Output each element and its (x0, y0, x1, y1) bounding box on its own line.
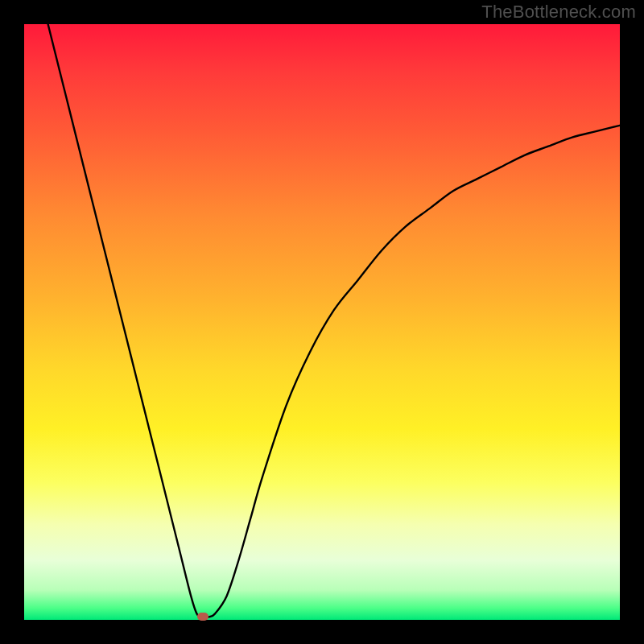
chart-frame: TheBottleneck.com (0, 0, 644, 644)
optimal-point-marker (197, 613, 208, 621)
bottleneck-curve (24, 24, 620, 620)
watermark-text: TheBottleneck.com (481, 2, 636, 23)
plot-area (24, 24, 620, 620)
